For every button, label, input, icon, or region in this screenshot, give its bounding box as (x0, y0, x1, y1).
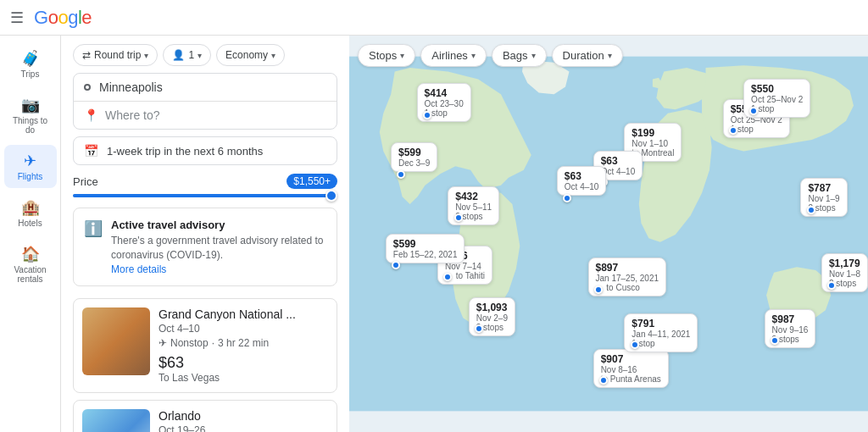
marker-date: Nov 1–8 (829, 269, 860, 279)
sidebar-vacation-label: Vacation rentals (9, 265, 52, 284)
destination-input[interactable] (105, 108, 326, 122)
sidebar-item-hotels[interactable]: 🏨 Hotels (4, 191, 57, 235)
map-dot-marker[interactable] (749, 107, 758, 115)
marker-price: $599 (393, 238, 458, 250)
destination-input-row[interactable]: 📍 (74, 102, 337, 129)
hotels-icon: 🏨 (21, 198, 40, 217)
advisory-body: There's a government travel advisory rel… (111, 234, 326, 263)
duration-filter[interactable]: Duration ▾ (552, 44, 623, 67)
price-slider-track[interactable] (73, 194, 337, 197)
marker-date: Nov 8–16 (601, 365, 661, 374)
marker-price: $907 (601, 353, 661, 365)
trips-icon: 🧳 (21, 49, 40, 68)
marker-price: $599 (398, 147, 430, 158)
flight-price: $63 (159, 354, 220, 372)
advisory-title: Active travel advisory (111, 219, 326, 231)
date-range-text: 1-week trip in the next 6 months (107, 145, 263, 158)
logo-o1: o (48, 7, 58, 29)
map-dot-marker[interactable] (631, 341, 639, 349)
flight-dates: Oct 4–10 (159, 323, 328, 335)
sidebar-flights-label: Flights (18, 172, 42, 181)
map-dot-marker[interactable] (599, 376, 608, 385)
google-logo: Google (34, 7, 92, 29)
trip-type-value: Round trip (94, 49, 141, 61)
map-dot-marker[interactable] (443, 273, 452, 281)
flight-card-info: Grand Canyon National ... Oct 4–10 ✈ Non… (159, 307, 328, 384)
advisory-link[interactable]: More details (111, 263, 166, 275)
passengers-chevron: ▾ (198, 51, 202, 60)
orlando-flight-title: Orlando (159, 409, 328, 423)
travel-advisory: ℹ️ Active travel advisory There's a gove… (73, 208, 337, 286)
map-dot-marker[interactable] (454, 213, 463, 222)
marker-price: $787 (808, 182, 839, 194)
search-controls-row: ⇄ Round trip ▾ 👤 1 ▾ Economy ▾ (73, 44, 337, 66)
passengers-value: 1 (188, 49, 194, 61)
origin-input-row[interactable] (74, 74, 337, 102)
marker-price: $1,179 (829, 258, 860, 269)
trip-type-selector[interactable]: ⇄ Round trip ▾ (73, 44, 158, 66)
vacation-rentals-icon: 🏠 (21, 245, 40, 263)
flight-card-image-orlando (82, 409, 150, 432)
price-marker[interactable]: $63Oct 4–10 (557, 166, 607, 196)
map-dot-marker[interactable] (729, 126, 737, 135)
price-slider-thumb[interactable] (326, 190, 337, 202)
map-dot-marker[interactable] (475, 324, 483, 333)
class-selector[interactable]: Economy ▾ (216, 44, 285, 66)
origin-input[interactable] (99, 80, 326, 94)
map-dot-marker[interactable] (827, 281, 836, 290)
bags-chevron: ▾ (531, 51, 536, 60)
flight-dot: · (212, 337, 214, 349)
sidebar-item-flights[interactable]: ✈ Flights (4, 145, 57, 188)
bags-label: Bags (503, 49, 528, 62)
flight-price-row: $63 To Las Vegas (159, 354, 328, 384)
passengers-icon: 👤 (172, 49, 185, 61)
map-dot-marker[interactable] (397, 170, 405, 179)
trip-type-chevron: ▾ (144, 51, 148, 60)
map-dot-marker[interactable] (392, 261, 400, 269)
marker-date: Oct 23–30 (425, 99, 464, 108)
price-marker[interactable]: $599Feb 15–22, 2021 (386, 234, 465, 263)
marker-price: $550 (751, 83, 803, 95)
flight-price-area: $63 To Las Vegas (159, 354, 220, 384)
marker-stop: 1 stop (751, 104, 803, 114)
sidebar-hotels-label: Hotels (18, 219, 42, 228)
flight-details: ✈ Nonstop · 3 hr 22 min (159, 337, 328, 349)
marker-date: Jan 17–25, 2021 (596, 274, 659, 283)
map-dot-marker[interactable] (594, 285, 603, 294)
sidebar-trips-label: Trips (21, 69, 40, 79)
marker-price: $63 (565, 170, 599, 182)
price-marker[interactable]: $599Dec 3–9 (391, 142, 437, 172)
stops-filter[interactable]: Stops ▾ (358, 44, 415, 67)
map-dot-marker[interactable] (423, 111, 431, 119)
sidebar-item-things-to-do[interactable]: 📷 Things to do (4, 89, 57, 141)
marker-price: $63 (601, 155, 636, 167)
airlines-filter[interactable]: Airlines ▾ (420, 44, 487, 67)
map-dot-marker[interactable] (771, 336, 779, 345)
bags-filter[interactable]: Bags ▾ (492, 44, 547, 67)
marker-price: $897 (596, 262, 659, 274)
price-label: Price (73, 175, 98, 188)
origin-circle-icon (84, 84, 91, 91)
marker-price: $414 (425, 87, 464, 99)
passengers-selector[interactable]: 👤 1 ▾ (163, 44, 211, 66)
marker-stop: → to Cusco (596, 283, 659, 292)
calendar-icon: 📅 (84, 144, 98, 158)
things-to-do-icon: 📷 (21, 96, 40, 114)
sidebar-item-vacation-rentals[interactable]: 🏠 Vacation rentals (4, 238, 57, 291)
duration-label: Duration (563, 49, 604, 62)
flights-icon: ✈ (24, 152, 36, 170)
marker-date: Dec 3–9 (398, 158, 430, 168)
airlines-chevron: ▾ (471, 51, 476, 60)
logo-g2: g (68, 7, 78, 29)
marker-date: Jan 4–11, 2021 (632, 330, 690, 339)
map-dot-marker[interactable] (807, 206, 815, 214)
date-selector[interactable]: 📅 1-week trip in the next 6 months (73, 136, 337, 165)
flight-card-orlando[interactable]: Orlando Oct 19–26 ✈ Nonstop · 3 hr 13 mi… (73, 400, 337, 432)
logo-g: G (34, 7, 48, 29)
flight-card-info-orlando: Orlando Oct 19–26 ✈ Nonstop · 3 hr 13 mi… (159, 409, 328, 432)
sidebar-item-trips[interactable]: 🧳 Trips (4, 42, 57, 86)
map-dot-marker[interactable] (563, 194, 571, 202)
menu-icon[interactable]: ☰ (10, 8, 24, 27)
marker-date: Nov 5–11 (455, 202, 492, 212)
flight-card-grand-canyon[interactable]: Grand Canyon National ... Oct 4–10 ✈ Non… (73, 298, 337, 393)
